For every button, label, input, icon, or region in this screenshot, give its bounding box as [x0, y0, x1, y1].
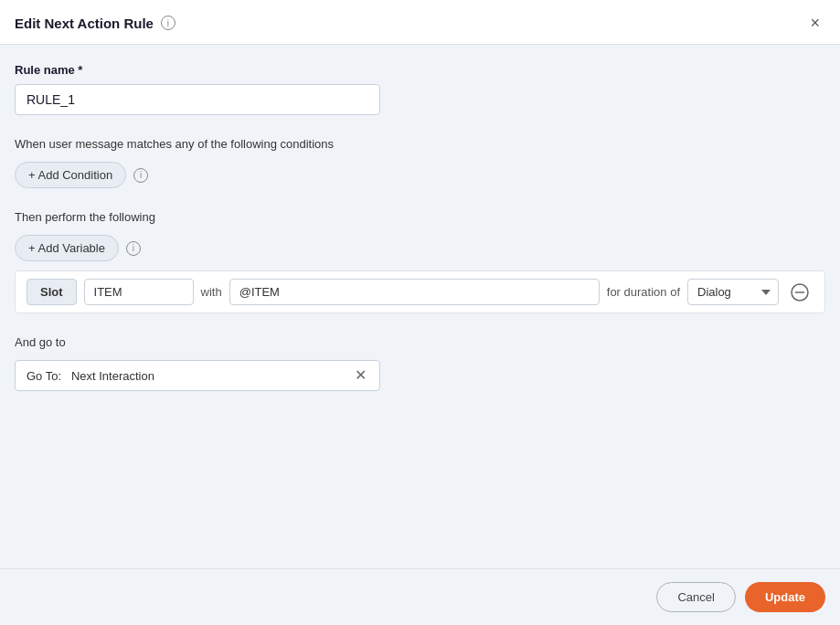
dialog-info-icon[interactable]: i — [161, 16, 175, 30]
slot-duration-select[interactable]: Dialog Session Forever — [687, 279, 779, 305]
goto-label: Go To: — [27, 369, 61, 383]
slot-value-input[interactable] — [229, 279, 600, 305]
dialog-header: Edit Next Action Rule i × — [0, 0, 840, 45]
rule-name-label: Rule name * — [15, 63, 825, 77]
slot-name-input[interactable] — [84, 279, 194, 305]
close-button[interactable]: × — [804, 13, 825, 33]
rule-name-input[interactable] — [15, 84, 380, 115]
slot-row: Slot with for duration of Dialog Session… — [15, 270, 825, 313]
variable-info-icon[interactable]: i — [126, 241, 141, 256]
minus-circle-icon — [790, 282, 810, 302]
conditions-info-icon[interactable]: i — [133, 168, 148, 183]
add-condition-row: + Add Condition i — [15, 162, 825, 188]
conditions-heading: When user message matches any of the fol… — [15, 137, 825, 151]
dialog-footer: Cancel Update — [0, 568, 840, 625]
goto-text: Go To: Next Interaction — [27, 369, 154, 383]
dialog-title: Edit Next Action Rule — [15, 16, 154, 31]
add-variable-button[interactable]: + Add Variable — [15, 235, 119, 261]
update-button[interactable]: Update — [745, 582, 825, 612]
slot-with-label: with — [201, 285, 222, 299]
rule-name-section: Rule name * — [15, 63, 825, 115]
add-condition-button[interactable]: + Add Condition — [15, 162, 126, 188]
slot-label: Slot — [27, 279, 77, 305]
goto-box: Go To: Next Interaction ✕ — [15, 360, 380, 391]
slot-duration-label: for duration of — [607, 285, 680, 299]
title-row: Edit Next Action Rule i — [15, 16, 175, 31]
goto-destination: Next Interaction — [71, 369, 154, 383]
goto-section: And go to Go To: Next Interaction ✕ — [15, 335, 825, 391]
add-variable-row: + Add Variable i — [15, 235, 825, 261]
goto-clear-button[interactable]: ✕ — [353, 368, 368, 383]
dialog-body: Rule name * When user message matches an… — [0, 45, 840, 568]
edit-rule-dialog: Edit Next Action Rule i × Rule name * Wh… — [0, 0, 840, 625]
actions-section: Then perform the following + Add Variabl… — [15, 210, 825, 313]
actions-heading: Then perform the following — [15, 210, 825, 224]
conditions-section: When user message matches any of the fol… — [15, 137, 825, 188]
slot-remove-button[interactable] — [786, 281, 813, 304]
cancel-button[interactable]: Cancel — [656, 582, 735, 612]
goto-heading: And go to — [15, 335, 825, 349]
